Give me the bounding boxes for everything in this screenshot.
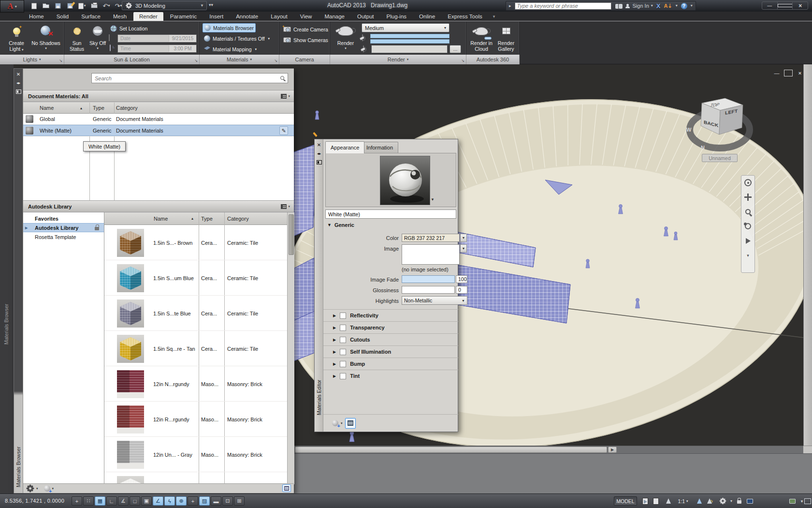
auto-hide-icon[interactable]: ◂▸ <box>316 150 322 157</box>
tab-render[interactable]: Render <box>133 12 163 21</box>
material-preview-sphere[interactable] <box>380 156 430 205</box>
show-cameras-button[interactable]: Show Cameras <box>282 35 330 45</box>
tab-insert[interactable]: Insert <box>203 12 229 21</box>
zoom-button[interactable] <box>743 207 753 217</box>
toolbar-lock-button[interactable] <box>734 496 744 506</box>
grid-display-toggle[interactable]: ▦ <box>95 496 105 506</box>
self-illumination-checkbox[interactable] <box>340 349 346 355</box>
cutouts-checkbox[interactable] <box>340 337 346 343</box>
drawing-restore-button[interactable] <box>784 70 793 76</box>
save-button[interactable] <box>54 2 62 10</box>
exchange-apps-icon[interactable]: A⇣ <box>664 3 672 9</box>
section-bump[interactable]: ▶Bump <box>323 358 458 370</box>
layout-tab-icon[interactable] <box>651 496 661 506</box>
vertical-scrollbar[interactable] <box>803 64 812 453</box>
status-tray-icon[interactable] <box>787 496 798 506</box>
ribbon-minimize-chevron[interactable]: ▾ <box>493 14 495 21</box>
preview-options-chevron[interactable]: ▼ <box>431 197 435 202</box>
materials-textures-off-button[interactable]: Materials / Textures Off▾ <box>203 34 271 43</box>
section-cutouts[interactable]: ▶Cutouts <box>323 333 458 345</box>
annotation-monitor-toggle[interactable]: ⊞ <box>234 496 245 506</box>
material-row[interactable]: 12in N...rgundy Maso... Masonry: Brick <box>104 366 287 402</box>
scrollbar-right-arrow[interactable]: ▶ <box>608 447 617 453</box>
horizontal-scrollbar-thumb[interactable] <box>295 447 607 453</box>
hardware-acceleration-icon[interactable] <box>744 496 755 506</box>
auto-hide-icon[interactable]: ◂▸ <box>15 79 22 86</box>
image-field[interactable] <box>402 244 460 265</box>
tab-plugins[interactable]: Plug-ins <box>381 12 413 21</box>
transparency-checkbox[interactable] <box>340 325 346 331</box>
search-input[interactable] <box>91 73 288 83</box>
dynamic-ucs-toggle[interactable]: ∠ <box>153 496 163 506</box>
render-gallery-button[interactable]: RenderGallery <box>495 23 517 52</box>
render-output-browse-button[interactable]: ... <box>450 45 461 53</box>
view-options-button[interactable]: ▾ <box>281 204 290 209</box>
search-binoculars-icon[interactable] <box>615 3 622 8</box>
plot-button[interactable]: ▾ <box>78 2 86 10</box>
color-options-button[interactable]: ▼ <box>460 234 467 242</box>
model-tab-icon[interactable] <box>640 496 651 506</box>
column-name[interactable]: Name <box>154 212 168 224</box>
sky-off-button[interactable]: Sky Off▾ <box>87 23 108 51</box>
tree-item-rosetta-template[interactable]: Rosetta Template <box>23 232 104 241</box>
selection-cycling-toggle[interactable]: ⊡ <box>222 496 233 506</box>
tab-mesh[interactable]: Mesh <box>107 12 132 21</box>
materials-browser-button[interactable]: Materials Browser <box>203 23 256 32</box>
tab-home[interactable]: Home <box>23 12 50 21</box>
color-value-field[interactable]: RGB 237 232 217 <box>402 234 460 242</box>
column-type[interactable]: Type <box>93 103 104 113</box>
tab-layout[interactable]: Layout <box>265 12 293 21</box>
tab-annotate[interactable]: Annotate <box>230 12 264 21</box>
tab-parametric[interactable]: Parametric <box>164 12 203 21</box>
editor-title-bar[interactable]: ✕ ◂▸ Materials Editor <box>315 139 323 432</box>
sign-in-button[interactable]: Sign In ▾ <box>625 3 653 9</box>
material-row[interactable]: 1.5in S...um Blue Cera... Ceramic: Tile <box>104 260 287 296</box>
bump-checkbox[interactable] <box>340 361 346 367</box>
tab-information[interactable]: Information <box>361 142 398 153</box>
infer-constraints-toggle[interactable]: + <box>72 496 82 506</box>
showmotion-button[interactable] <box>743 236 753 246</box>
tab-appearance[interactable]: Appearance <box>325 141 364 153</box>
material-row[interactable]: 1.5in Sq...re - Tan Cera... Ceramic: Til… <box>104 331 287 366</box>
redo-button[interactable]: ↷▾ <box>115 2 122 10</box>
open-editor-button[interactable] <box>282 484 291 492</box>
annotation-scale-icon[interactable] <box>663 496 674 506</box>
tint-checkbox[interactable] <box>340 373 346 379</box>
annotation-visibility-icon[interactable] <box>694 496 705 506</box>
restore-button[interactable] <box>778 2 793 9</box>
search-icon[interactable] <box>280 76 284 80</box>
clean-screen-button[interactable] <box>802 496 812 506</box>
minimize-button[interactable]: — <box>762 2 778 9</box>
print-button[interactable] <box>90 2 98 10</box>
infocenter-search-input[interactable] <box>515 2 611 10</box>
section-tint[interactable]: ▶Tint <box>323 370 458 382</box>
glossiness-slider[interactable] <box>402 286 455 294</box>
object-snap-tracking-toggle[interactable]: ⊕ <box>176 496 187 506</box>
image-fade-value[interactable]: 100 <box>456 275 467 283</box>
tab-output[interactable]: Output <box>351 12 380 21</box>
reflectivity-checkbox[interactable] <box>340 313 346 319</box>
lineweight-toggle[interactable]: + <box>188 496 198 506</box>
camera-panel-label[interactable]: Camera <box>279 55 330 64</box>
snap-mode-toggle[interactable]: ∷ <box>83 496 94 506</box>
section-reflectivity[interactable]: ▶Reflectivity <box>323 309 458 321</box>
qat-menu-chevron[interactable]: ▾▾ <box>209 3 213 7</box>
close-button[interactable]: × <box>793 2 808 9</box>
material-row[interactable]: 12in Un... - Gray Maso... Masonry: Brick <box>104 437 287 472</box>
render-in-cloud-button[interactable]: Render inCloud <box>469 23 494 52</box>
transparency-toggle[interactable]: ▨ <box>199 496 210 506</box>
sun-location-panel-label[interactable]: Sun & Location↘ <box>64 55 200 64</box>
orbit-button[interactable] <box>743 221 753 231</box>
close-icon[interactable]: ✕ <box>316 141 322 148</box>
highlights-dropdown[interactable]: Non-Metallic ▼ <box>402 296 467 305</box>
drawing-minimize-button[interactable]: — <box>772 70 781 76</box>
materials-browser-anchor-tab[interactable]: Materials Browser <box>3 304 9 344</box>
lights-panel-label[interactable]: Lights▾↘ <box>0 55 64 64</box>
tab-surface[interactable]: Surface <box>75 12 106 21</box>
tab-solid[interactable]: Solid <box>51 12 75 21</box>
material-row[interactable]: 1.5in S...te Blue Cera... Ceramic: Tile <box>104 296 287 331</box>
material-name-field[interactable] <box>325 209 456 219</box>
command-line-area[interactable] <box>294 453 812 493</box>
close-icon[interactable]: ✕ <box>15 71 22 77</box>
ortho-mode-toggle[interactable]: ∟ <box>106 496 117 506</box>
